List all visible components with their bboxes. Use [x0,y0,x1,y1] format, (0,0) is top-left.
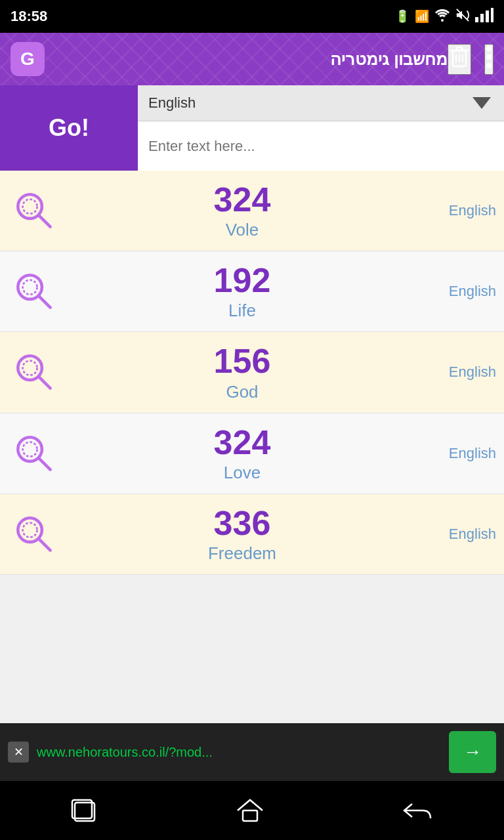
item-lang: English [424,445,496,462]
svg-rect-4 [486,10,489,22]
item-lang: English [424,202,496,219]
item-word: Life [228,301,256,321]
svg-point-0 [441,19,444,22]
svg-line-19 [39,297,50,308]
ad-text: www.nehoratours.co.il/?mod... [37,745,441,760]
wifi-icon [434,9,450,25]
dropdown-arrow-icon [472,97,491,109]
item-number: 192 [214,262,271,299]
svg-line-25 [39,458,50,469]
search-icon-wrap [8,270,60,312]
top-bar: G מחשבון גימטריה [0,33,504,85]
item-lang: English [424,283,496,300]
list-item[interactable]: 336 Freedem English [0,494,504,575]
item-center: 156 God [60,343,424,402]
item-number: 336 [214,505,271,542]
recent-apps-button[interactable] [68,797,98,824]
battery-icon: 🔋 [395,9,410,24]
svg-line-16 [39,215,50,226]
item-number: 324 [214,181,271,219]
go-button[interactable]: Go! [0,85,138,171]
status-icons: 🔋 📶 [395,8,494,26]
svg-rect-32 [243,810,257,821]
svg-line-28 [39,539,50,550]
item-center: 324 Love [60,424,424,483]
ad-close-button[interactable]: ✕ [8,742,29,763]
ad-banner: ✕ www.nehoratours.co.il/?mod... → [0,723,504,781]
mute-icon [455,8,470,26]
svg-point-13 [486,54,492,60]
item-lang: English [424,364,496,381]
svg-point-12 [486,46,492,51]
svg-point-14 [486,63,492,68]
svg-rect-3 [480,14,484,22]
back-button[interactable] [402,797,436,824]
list-item[interactable]: 324 Vole English [0,171,504,251]
app-icon: G [10,42,45,76]
item-center: 336 Freedem [60,505,424,564]
svg-rect-2 [475,17,478,22]
bottom-nav [0,781,504,840]
svg-point-23 [23,361,37,375]
input-right: English [138,85,504,171]
app-title: מחשבון גימטריה [52,49,448,70]
signal-icon: 📶 [415,9,429,24]
item-number: 324 [214,424,271,461]
top-bar-actions [448,44,494,75]
results-list: 324 Vole English 192 Life English [0,171,504,723]
search-icon [13,513,55,555]
list-item[interactable]: 192 Life English [0,251,504,332]
item-word: God [226,382,258,402]
ad-go-button[interactable]: → [449,731,496,773]
item-word: Vole [226,220,259,240]
svg-point-17 [23,200,37,214]
signal-bars-icon [475,8,494,26]
home-button[interactable] [235,797,265,824]
ad-arrow-icon: → [463,742,482,763]
status-time: 18:58 [10,8,47,25]
search-icon-wrap [8,351,60,393]
trash-button[interactable] [448,44,471,75]
svg-point-20 [23,280,37,295]
search-icon [13,190,55,232]
svg-rect-5 [491,8,494,22]
item-center: 192 Life [60,262,424,321]
svg-point-29 [23,522,37,537]
item-word: Love [224,463,261,483]
language-selector[interactable]: English [138,85,504,121]
status-bar: 18:58 🔋 📶 [0,0,504,33]
search-icon-wrap [8,432,60,474]
item-lang: English [424,526,496,543]
list-item[interactable]: 324 Love English [0,413,504,494]
list-item[interactable]: 156 God English [0,332,504,413]
item-number: 156 [214,343,271,380]
search-icon [13,432,55,474]
svg-point-26 [23,442,37,456]
input-area: Go! English [0,85,504,171]
search-icon [13,351,55,393]
language-label: English [148,94,196,112]
item-word: Freedem [208,543,276,564]
item-center: 324 Vole [60,181,424,240]
menu-button[interactable] [484,44,494,75]
text-input[interactable] [138,121,504,171]
search-icon [13,270,55,312]
search-icon-wrap [8,190,60,232]
svg-line-22 [39,377,50,388]
search-icon-wrap [8,513,60,555]
